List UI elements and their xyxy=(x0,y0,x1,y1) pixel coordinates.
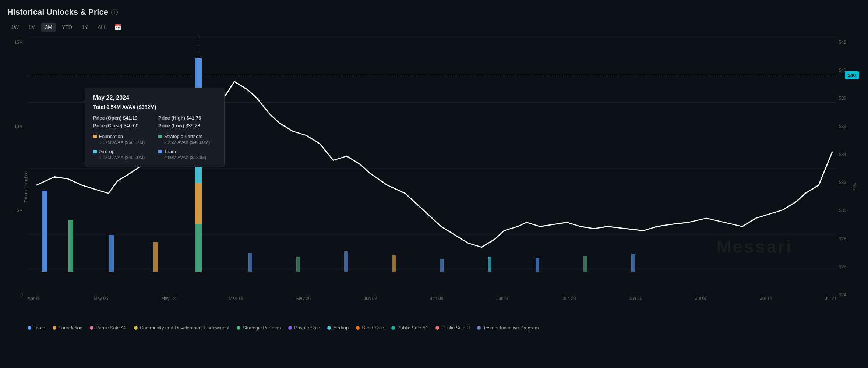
tooltip-price-low: Price (Low) $39.28 xyxy=(158,123,216,128)
legend-dot-airdrop xyxy=(327,326,331,330)
legend-dot-foundation xyxy=(53,326,56,330)
legend-label-community: Community and Development Endowment xyxy=(140,325,230,330)
y-label-15m: 15M xyxy=(7,40,26,45)
tooltip-categories: Foundation 1.67M AVAX ($66.67M) Strategi… xyxy=(93,134,216,160)
legend-item-seedsale: Seed Sale xyxy=(356,325,384,330)
calendar-icon[interactable]: 📅 xyxy=(114,24,121,31)
tooltip-cat-foundation: Foundation 1.67M AVAX ($66.67M) xyxy=(93,134,151,145)
y-label-r-42: $42 xyxy=(837,40,861,45)
x-label-may26: May 26 xyxy=(296,296,311,301)
chart-container: Historical Unlocks & Price i 1W 1M 3M YT… xyxy=(0,0,868,368)
tooltip-cat-strategic: Strategic Partners 2.25M AVAX ($90.00M) xyxy=(158,134,216,145)
tooltip-open-value: $41.19 xyxy=(123,115,138,121)
legend-label-foundation: Foundation xyxy=(59,325,82,330)
legend-item-publicsaleb: Public Sale B xyxy=(435,325,470,330)
tooltip-total: Total 9.54M AVAX ($382M) xyxy=(93,104,216,110)
airdrop-dot xyxy=(93,150,97,153)
tooltip-price-close: Price (Close) $40.00 xyxy=(93,123,151,128)
legend-label-team: Team xyxy=(33,325,45,330)
x-label-may05: May 05 xyxy=(93,296,108,301)
legend-dot-privatesale xyxy=(288,326,292,330)
legend-label-publicsaleb: Public Sale B xyxy=(441,325,470,330)
legend-dot-community xyxy=(134,326,138,330)
chart-area: Tokens Unlocked 15M 10M 5M 0 $40 xyxy=(7,36,861,338)
x-label-jul21: Jul 21 xyxy=(825,296,837,301)
legend-item-strategic: Strategic Partners xyxy=(237,325,281,330)
btn-3m[interactable]: 3M xyxy=(41,23,56,32)
btn-all[interactable]: ALL xyxy=(94,23,110,32)
y-label-r-24: $24 xyxy=(837,292,861,297)
x-label-apr28: Apr 28 xyxy=(28,296,40,301)
x-label-jun02: Jun 02 xyxy=(364,296,377,301)
team-label: Team xyxy=(164,149,176,154)
legend-item-testnet: Testnet Incentive Program xyxy=(477,325,539,330)
legend-item-team: Team xyxy=(28,325,45,330)
tooltip-price-open: Price (Open) $41.19 xyxy=(93,115,151,121)
tooltip-close-value: $40.00 xyxy=(124,123,138,128)
main-chart: $40 xyxy=(28,36,837,301)
chart-title: Historical Unlocks & Price xyxy=(7,7,108,17)
chart-header: Historical Unlocks & Price i xyxy=(7,7,861,17)
x-label-jun09: Jun 09 xyxy=(430,296,443,301)
btn-1w[interactable]: 1W xyxy=(7,23,22,32)
y-label-r-30: $30 xyxy=(837,208,861,213)
legend-dot-publicsalea1 xyxy=(391,326,395,330)
x-axis: Apr 28 May 05 May 12 May 19 May 26 Jun 0… xyxy=(28,296,837,301)
airdrop-amount: 1.13M AVAX ($45.00M) xyxy=(93,155,151,160)
y-axis-left: 15M 10M 5M 0 xyxy=(7,36,26,301)
x-label-jun30: Jun 30 xyxy=(629,296,642,301)
time-controls: 1W 1M 3M YTD 1Y ALL 📅 xyxy=(7,23,861,32)
tooltip-high-value: $41.76 xyxy=(187,115,201,121)
btn-1m[interactable]: 1M xyxy=(25,23,39,32)
btn-ytd[interactable]: YTD xyxy=(58,23,76,32)
tooltip-close-label: Price (Close) xyxy=(93,123,124,128)
legend-dot-publicsaleb xyxy=(435,326,439,330)
strategic-dot xyxy=(158,135,162,138)
info-icon[interactable]: i xyxy=(111,9,118,15)
x-label-jun23: Jun 23 xyxy=(563,296,576,301)
foundation-amount: 1.67M AVAX ($66.67M) xyxy=(93,140,151,145)
legend-item-community: Community and Development Endowment xyxy=(134,325,230,330)
legend-item-privatesale: Private Sale xyxy=(288,325,320,330)
price-axis-label: Price xyxy=(852,182,856,191)
y-label-r-26: $26 xyxy=(837,264,861,269)
y-label-10m: 10M xyxy=(7,124,26,129)
x-label-jul14: Jul 14 xyxy=(760,296,772,301)
x-label-may19: May 19 xyxy=(229,296,243,301)
y-label-5m: 5M xyxy=(7,208,26,213)
legend-label-testnet: Testnet Incentive Program xyxy=(483,325,539,330)
x-label-jul07: Jul 07 xyxy=(695,296,707,301)
btn-1y[interactable]: 1Y xyxy=(78,23,92,32)
tooltip: May 22, 2024 Total 9.54M AVAX ($382M) Pr… xyxy=(85,88,225,167)
tooltip-low-value: $39.28 xyxy=(186,123,200,128)
legend-item-foundation: Foundation xyxy=(53,325,82,330)
price-line-svg xyxy=(28,36,837,301)
y-label-r-34: $34 xyxy=(837,152,861,157)
legend-label-strategic: Strategic Partners xyxy=(243,325,281,330)
team-amount: 4.50M AVAX ($180M) xyxy=(158,155,216,160)
y-axis-right: $42 $40 $38 $36 $34 $32 $30 $28 $26 $24 xyxy=(837,36,861,301)
legend-dot-seedsale xyxy=(356,326,360,330)
legend-label-privatesale: Private Sale xyxy=(294,325,320,330)
y-label-r-40: $40 xyxy=(837,68,861,73)
airdrop-label: Airdrop xyxy=(99,149,114,154)
tooltip-prices: Price (Open) $41.19 Price (High) $41.76 … xyxy=(93,115,216,128)
x-label-may12: May 12 xyxy=(161,296,176,301)
legend-dot-testnet xyxy=(477,326,481,330)
team-dot xyxy=(158,150,162,153)
y-label-r-28: $28 xyxy=(837,236,861,241)
x-label-jun16: Jun 16 xyxy=(496,296,509,301)
tooltip-total-label: Total xyxy=(93,104,105,110)
legend-dot-strategic xyxy=(237,326,240,330)
legend-dot-team xyxy=(28,326,31,330)
foundation-dot xyxy=(93,135,97,138)
legend-label-airdrop: Airdrop xyxy=(333,325,349,330)
y-label-r-32: $32 xyxy=(837,180,861,185)
y-label-r-38: $38 xyxy=(837,96,861,101)
tooltip-low-label: Price (Low) xyxy=(158,123,186,128)
strategic-label: Strategic Partners xyxy=(164,134,202,139)
legend-item-publicsalea1: Public Sale A1 xyxy=(391,325,428,330)
tooltip-cat-team: Team 4.50M AVAX ($180M) xyxy=(158,149,216,160)
tooltip-cat-airdrop: Airdrop 1.13M AVAX ($45.00M) xyxy=(93,149,151,160)
legend-area: Team Foundation Public Sale A2 Community… xyxy=(28,325,837,330)
